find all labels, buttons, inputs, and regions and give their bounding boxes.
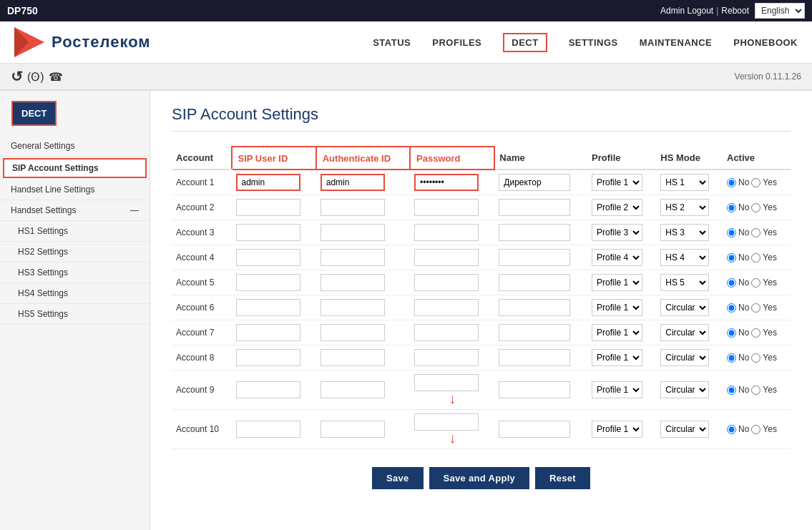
active-no-radio[interactable]: [727, 278, 736, 288]
active-no-radio[interactable]: [727, 303, 736, 313]
password-input[interactable]: [414, 199, 479, 216]
hs-mode-select[interactable]: HS 1HS 2HS 3HS 4HS 5Circular: [660, 299, 709, 316]
sip-user-id-input[interactable]: [236, 274, 300, 291]
password-input[interactable]: [414, 249, 479, 266]
hs-mode-select[interactable]: HS 1HS 2HS 3HS 4HS 5Circular: [660, 224, 709, 241]
sip-user-id-input[interactable]: [236, 349, 300, 366]
nav-phonebook[interactable]: PHONEBOOK: [733, 37, 798, 48]
name-input[interactable]: [499, 324, 570, 341]
sip-user-id-input[interactable]: [236, 299, 300, 316]
active-no-radio[interactable]: [727, 353, 736, 363]
save-apply-button[interactable]: Save and Apply: [429, 467, 530, 489]
sidebar-item-hs2-settings[interactable]: HS2 Settings: [0, 242, 150, 262]
sip-user-id-input[interactable]: [236, 224, 300, 241]
name-input[interactable]: [499, 299, 570, 316]
active-yes-radio[interactable]: [751, 203, 760, 212]
refresh-icon[interactable]: ↺: [11, 68, 23, 85]
active-yes-radio[interactable]: [751, 228, 760, 237]
reboot-link[interactable]: Reboot: [721, 6, 749, 16]
active-no-radio[interactable]: [727, 203, 736, 212]
active-yes-radio[interactable]: [751, 353, 760, 363]
language-select[interactable]: English: [755, 3, 805, 19]
sip-user-id-input[interactable]: [236, 249, 300, 266]
auth-id-input[interactable]: [321, 174, 385, 191]
hs-mode-select[interactable]: HS 1HS 2HS 3HS 4HS 5Circular: [660, 174, 709, 191]
sidebar-item-handset-settings[interactable]: Handset Settings —: [0, 200, 150, 221]
hs-mode-select[interactable]: HS 1HS 2HS 3HS 4HS 5Circular: [660, 381, 709, 398]
nav-dect[interactable]: DECT: [503, 33, 547, 52]
password-input[interactable]: [414, 274, 479, 291]
hs-mode-select[interactable]: HS 1HS 2HS 3HS 4HS 5Circular: [660, 421, 709, 438]
sidebar-item-hs1-settings[interactable]: HS1 Settings: [0, 221, 150, 242]
name-input[interactable]: [499, 421, 570, 438]
auth-id-input[interactable]: [321, 299, 385, 316]
sip-user-id-input[interactable]: [236, 381, 300, 398]
profile-select[interactable]: Profile 1Profile 2Profile 3Profile 4: [592, 324, 642, 341]
auth-id-input[interactable]: [321, 324, 385, 341]
sidebar-item-hs4-settings[interactable]: HS4 Settings: [0, 283, 150, 304]
active-no-radio[interactable]: [727, 386, 736, 395]
active-yes-radio[interactable]: [751, 328, 760, 338]
name-input[interactable]: [499, 349, 570, 366]
auth-id-input[interactable]: [321, 349, 385, 366]
active-yes-radio[interactable]: [751, 386, 760, 395]
profile-select[interactable]: Profile 1Profile 2Profile 3Profile 4: [592, 274, 642, 291]
hs-mode-select[interactable]: HS 1HS 2HS 3HS 4HS 5Circular: [660, 274, 709, 291]
profile-select[interactable]: Profile 1Profile 2Profile 3Profile 4: [592, 249, 642, 266]
active-no-radio[interactable]: [727, 253, 736, 262]
sip-user-id-input[interactable]: [236, 199, 300, 216]
nav-settings[interactable]: SETTINGS: [569, 37, 618, 48]
auth-id-input[interactable]: [321, 199, 385, 216]
active-yes-radio[interactable]: [751, 303, 760, 313]
active-yes-radio[interactable]: [751, 278, 760, 288]
name-input[interactable]: [499, 249, 570, 266]
sidebar-item-general-settings[interactable]: General Settings: [0, 136, 150, 157]
password-input[interactable]: [414, 374, 479, 391]
active-yes-radio[interactable]: [751, 178, 760, 187]
active-no-radio[interactable]: [727, 425, 736, 434]
auth-id-input[interactable]: [321, 421, 385, 438]
password-input[interactable]: [414, 413, 479, 431]
password-input[interactable]: [414, 224, 479, 241]
password-input[interactable]: [414, 174, 479, 191]
name-input[interactable]: [499, 174, 570, 191]
admin-logout-link[interactable]: Admin Logout: [660, 6, 713, 16]
name-input[interactable]: [499, 224, 570, 241]
password-input[interactable]: [414, 324, 479, 341]
hs-mode-select[interactable]: HS 1HS 2HS 3HS 4HS 5Circular: [660, 199, 709, 216]
active-yes-radio[interactable]: [751, 425, 760, 434]
nav-maintenance[interactable]: MAINTENANCE: [640, 37, 713, 48]
nav-profiles[interactable]: PROFILES: [432, 37, 481, 48]
profile-select[interactable]: Profile 1Profile 2Profile 3Profile 4: [592, 381, 642, 398]
profile-select[interactable]: Profile 1Profile 2Profile 3Profile 4: [592, 224, 642, 241]
profile-select[interactable]: Profile 1Profile 2Profile 3Profile 4: [592, 349, 642, 366]
active-no-radio[interactable]: [727, 228, 736, 237]
sidebar-item-handset-line-settings[interactable]: Handset Line Settings: [0, 180, 150, 200]
profile-select[interactable]: Profile 1Profile 2Profile 3Profile 4: [592, 421, 642, 438]
auth-id-input[interactable]: [321, 224, 385, 241]
auth-id-input[interactable]: [321, 249, 385, 266]
name-input[interactable]: [499, 199, 570, 216]
profile-select[interactable]: Profile 1Profile 2Profile 3Profile 4: [592, 199, 642, 216]
save-button[interactable]: Save: [372, 467, 424, 489]
name-input[interactable]: [499, 381, 570, 398]
nav-status[interactable]: STATUS: [373, 37, 411, 48]
password-input[interactable]: [414, 299, 479, 316]
sip-user-id-input[interactable]: [236, 421, 300, 438]
profile-select[interactable]: Profile 1Profile 2Profile 3Profile 4: [592, 299, 642, 316]
active-no-radio[interactable]: [727, 328, 736, 338]
hs-mode-select[interactable]: HS 1HS 2HS 3HS 4HS 5Circular: [660, 349, 709, 366]
hs-mode-select[interactable]: HS 1HS 2HS 3HS 4HS 5Circular: [660, 324, 709, 341]
hs-mode-select[interactable]: HS 1HS 2HS 3HS 4HS 5Circular: [660, 249, 709, 266]
sidebar-item-hs3-settings[interactable]: HS3 Settings: [0, 262, 150, 283]
auth-id-input[interactable]: [321, 274, 385, 291]
auth-id-input[interactable]: [321, 381, 385, 398]
active-no-radio[interactable]: [727, 178, 736, 187]
name-input[interactable]: [499, 274, 570, 291]
active-yes-radio[interactable]: [751, 253, 760, 262]
sidebar-item-sip-account-settings[interactable]: SIP Account Settings: [3, 158, 147, 178]
sip-user-id-input[interactable]: [236, 174, 300, 191]
sidebar-item-hs5-settings[interactable]: HS5 Settings: [0, 304, 150, 325]
sip-user-id-input[interactable]: [236, 324, 300, 341]
reset-button[interactable]: Reset: [535, 467, 590, 489]
